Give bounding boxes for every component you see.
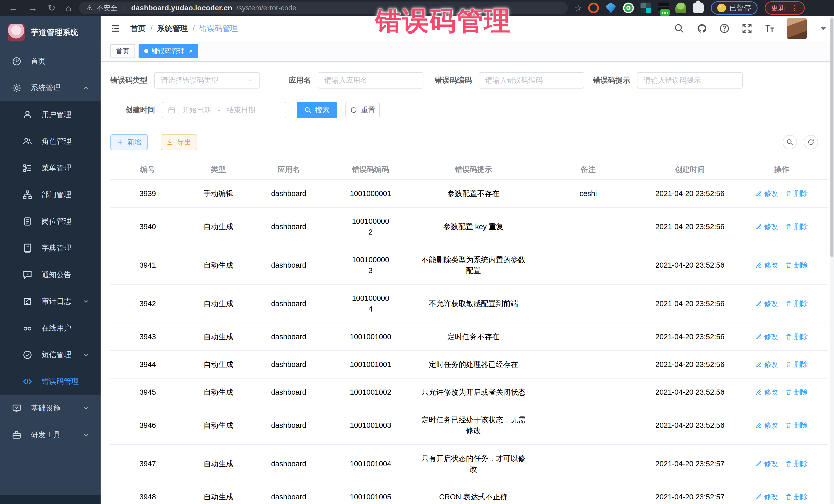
sidebar-item-dev-tools[interactable]: 研发工具 xyxy=(0,422,101,448)
fullscreen-icon[interactable] xyxy=(742,23,752,34)
sidebar-item-label: 基础设施 xyxy=(31,403,61,413)
extension-icon-6[interactable] xyxy=(675,3,686,13)
sidebar-item-label: 在线用户 xyxy=(42,323,71,333)
user-avatar[interactable] xyxy=(787,18,807,39)
profile-paused-chip[interactable]: 已暂停 xyxy=(711,1,758,15)
cell-app: dashboard xyxy=(252,246,326,284)
delete-link[interactable]: 删除 xyxy=(785,491,808,502)
extension-icon-2[interactable] xyxy=(606,3,616,13)
edit-link[interactable]: 修改 xyxy=(755,458,778,469)
cell-memo xyxy=(531,207,645,246)
sidebar-item-home[interactable]: 首页 xyxy=(0,48,101,75)
extension-icon-3[interactable] xyxy=(623,3,634,13)
search-button[interactable]: 搜索 xyxy=(297,102,337,118)
trash-icon xyxy=(785,300,792,307)
profile-emoji-avatar xyxy=(717,4,726,12)
help-icon[interactable] xyxy=(719,23,730,34)
browser-update-button[interactable]: 更新 ⋮ xyxy=(765,1,805,15)
sidebar-item-system-management[interactable]: 系统管理 xyxy=(0,75,101,101)
extension-icon-5[interactable]: on xyxy=(658,3,669,13)
avatar-caret-down-icon[interactable] xyxy=(820,27,826,30)
sidebar-item-audit-log[interactable]: 审计日志 xyxy=(0,288,101,315)
tab-home[interactable]: 首页 xyxy=(110,44,135,58)
cell-type: 手动编辑 xyxy=(185,180,252,207)
edit-label: 修改 xyxy=(764,491,778,502)
reset-button[interactable]: 重置 xyxy=(345,102,380,118)
github-icon[interactable] xyxy=(697,23,707,34)
delete-link[interactable]: 删除 xyxy=(785,331,808,342)
scrollbar-thumb[interactable] xyxy=(830,18,833,257)
create-time-range-picker[interactable]: 开始日期 - 结束日期 xyxy=(162,102,286,118)
search-icon[interactable] xyxy=(674,23,685,34)
edit-link[interactable]: 修改 xyxy=(755,491,778,502)
delete-link[interactable]: 删除 xyxy=(785,420,808,431)
browser-menu-kebab-icon[interactable]: ⋮ xyxy=(791,5,798,11)
cell-code: 1001000001 xyxy=(326,180,415,207)
sidebar-item-menu-management[interactable]: 菜单管理 xyxy=(0,155,101,181)
edit-link[interactable]: 修改 xyxy=(755,331,778,342)
tab-close-icon[interactable]: × xyxy=(189,48,193,54)
error-hint-input[interactable] xyxy=(643,76,736,84)
page-scrollbar[interactable] xyxy=(830,16,834,504)
sidebar-item-announcement[interactable]: 通知公告 xyxy=(0,262,101,288)
sidebar-collapse-bar[interactable] xyxy=(0,495,101,504)
edit-link[interactable]: 修改 xyxy=(755,420,778,431)
edit-link[interactable]: 修改 xyxy=(755,359,778,370)
delete-link[interactable]: 删除 xyxy=(785,458,808,469)
delete-link[interactable]: 删除 xyxy=(785,221,808,232)
row-actions: 修改 删除 xyxy=(755,387,808,397)
sidebar-item-role-management[interactable]: 角色管理 xyxy=(0,128,101,155)
cell-msg: 定时任务已经处于该状态，无需修改 xyxy=(415,406,531,444)
edit-link[interactable]: 修改 xyxy=(755,387,778,397)
bookmark-star-icon[interactable]: ☆ xyxy=(575,3,582,13)
add-button[interactable]: 新增 xyxy=(110,134,148,150)
chevron-down-icon xyxy=(83,405,89,412)
breadcrumb-system[interactable]: 系统管理 xyxy=(157,23,188,34)
tab-error-code-management[interactable]: 错误码管理 × xyxy=(138,44,198,58)
extension-icon-4[interactable] xyxy=(640,3,651,13)
edit-link[interactable]: 修改 xyxy=(755,188,778,199)
delete-link[interactable]: 删除 xyxy=(785,298,808,309)
cell-app: dashboard xyxy=(252,406,326,444)
show-search-toggle-button[interactable] xyxy=(783,135,797,149)
table-row: 3947 自动生成 dashboard 1001001004 只有开启状态的任务… xyxy=(110,445,828,483)
sidebar-logo[interactable]: 芋道管理系统 xyxy=(0,16,101,48)
edit-link[interactable]: 修改 xyxy=(755,221,778,232)
forward-icon[interactable]: → xyxy=(28,3,38,13)
start-date-placeholder: 开始日期 xyxy=(182,105,211,115)
hamburger-icon[interactable] xyxy=(110,23,121,34)
reset-button-label: 重置 xyxy=(361,105,375,115)
url-host[interactable]: dashboard.yudao.iocoder.cn xyxy=(131,4,232,12)
delete-link[interactable]: 删除 xyxy=(785,188,808,199)
edit-link[interactable]: 修改 xyxy=(755,260,778,270)
sidebar-item-error-code-management[interactable]: 错误码管理 xyxy=(0,368,101,395)
sidebar-item-user-management[interactable]: 用户管理 xyxy=(0,101,101,128)
sidebar-item-infrastructure[interactable]: 基础设施 xyxy=(0,395,101,422)
reload-icon[interactable]: ↻ xyxy=(48,3,56,13)
delete-link[interactable]: 删除 xyxy=(785,359,808,370)
home-icon[interactable]: ⌂ xyxy=(66,3,71,13)
export-button[interactable]: 导出 xyxy=(161,134,197,150)
sidebar-item-online-users[interactable]: 在线用户 xyxy=(0,315,101,342)
sidebar-item-dict-management[interactable]: 字典管理 xyxy=(0,235,101,262)
cell-time: 2021-04-20 23:52:56 xyxy=(645,323,735,350)
error-type-select[interactable]: 请选择错误码类型 xyxy=(154,72,260,89)
font-size-icon[interactable] xyxy=(764,23,775,34)
security-label[interactable]: 不安全 xyxy=(96,3,117,13)
column-header-actions: 操作 xyxy=(735,159,828,179)
sidebar-item-department-management[interactable]: 部门管理 xyxy=(0,181,101,208)
extensions-puzzle-icon[interactable] xyxy=(693,3,704,13)
cell-type: 自动生成 xyxy=(185,351,252,378)
delete-link[interactable]: 删除 xyxy=(785,260,808,270)
breadcrumb-home[interactable]: 首页 xyxy=(130,23,146,34)
extension-icon-1[interactable] xyxy=(588,3,599,13)
edit-link[interactable]: 修改 xyxy=(755,298,778,309)
back-icon[interactable]: ← xyxy=(9,3,18,13)
delete-link[interactable]: 删除 xyxy=(785,387,808,397)
sidebar-item-post-management[interactable]: 岗位管理 xyxy=(0,208,101,235)
cell-id: 3947 xyxy=(110,445,185,483)
error-code-input[interactable] xyxy=(485,76,578,84)
refresh-table-button[interactable] xyxy=(804,135,818,149)
sidebar-item-sms-management[interactable]: 短信管理 xyxy=(0,342,101,368)
app-name-input[interactable] xyxy=(324,76,417,84)
